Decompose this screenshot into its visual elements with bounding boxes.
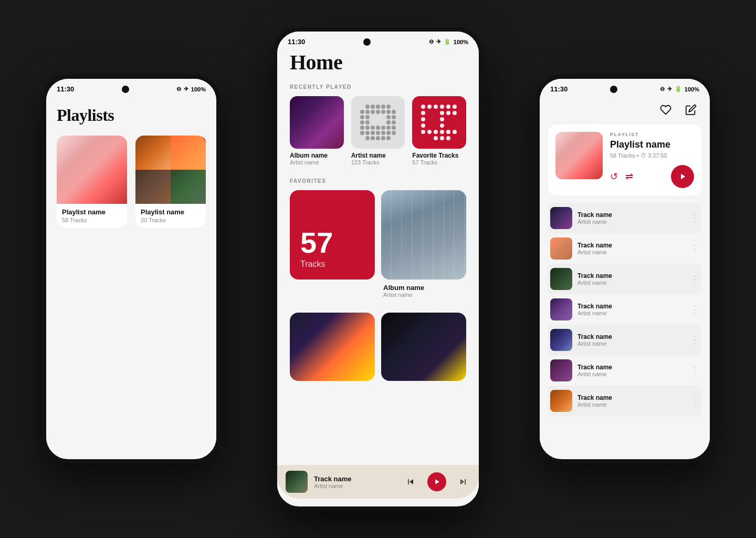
play-button[interactable] [427,472,446,491]
track-more-4[interactable]: ⋮ [690,304,699,315]
art-cell-4 [171,170,206,204]
track-info-5: Track name Artist name [578,333,685,347]
pl-header-info: PLAYLIST Playlist name 58 Tracks • ⏱ 3:3… [610,132,694,188]
repeat-button[interactable]: ↺ [610,171,618,182]
rp-art-favorites [412,96,466,149]
track-item-2[interactable]: Track name Artist name ⋮ [548,233,701,264]
mini-player-info: Track name Artist name [314,475,397,489]
track-info-1: Track name Artist name [578,211,685,225]
playlists-title: Playlists [57,106,206,125]
rp-album-sub: Artist name [290,159,319,165]
track-info-2: Track name Artist name [578,242,685,255]
track-title-2: Track name [578,242,685,249]
track-item-5[interactable]: Track name Artist name ⋮ [548,325,701,355]
track-artist-2: Artist name [578,249,685,255]
mini-player-title: Track name [314,475,397,483]
rp-artist-sub: 123 Tracks [351,159,380,165]
camera-notch-right [610,86,617,93]
favorites-unit: Tracks [300,260,325,269]
mini-player-artist: Artist name [314,483,397,489]
minus-circle-icon-c: ⊖ [429,38,434,45]
art-cell-3 [135,170,171,204]
favorites-number: 57 [300,228,333,257]
more-card-1[interactable] [290,313,375,381]
scene: 11:30 ⊖ ✈ 100% Playlists + Playlist name… [0,0,756,538]
track-info-7: Track name Artist name [578,394,685,408]
track-title-4: Track name [578,303,685,310]
track-item-7[interactable]: Track name Artist name ⋮ [548,386,701,416]
playlist-art-1 [57,136,127,204]
track-item-4[interactable]: Track name Artist name ⋮ [548,294,701,325]
track-title-6: Track name [578,364,685,371]
track-art-2 [550,237,572,260]
playlist-play-button[interactable] [671,165,694,188]
track-item-6[interactable]: Track name Artist name ⋮ [548,355,701,386]
next-button[interactable] [456,474,470,489]
more-card-2[interactable] [381,313,466,381]
track-more-2[interactable]: ⋮ [690,243,699,254]
track-title-7: Track name [578,394,685,401]
favorites-section: 57 Tracks Album name Artist name [290,190,466,302]
playlist-header-card: PLAYLIST Playlist name 58 Tracks • ⏱ 3:3… [548,125,701,195]
home-content: Home RECENTLY PLAYED Album name Artist n… [277,50,479,499]
aluminum-art [381,190,466,280]
favorites-count-card[interactable]: 57 Tracks [290,190,375,280]
favorites-label: FAVORITES [290,178,466,184]
playlists-content: Playlists + Playlist name 58 Tracks [46,97,216,451]
rp-item-album[interactable]: Album name Artist name [290,96,344,165]
fiber-art [290,313,375,381]
track-artist-5: Artist name [578,340,685,347]
playlist-card-2[interactable]: Playlist name 20 Tracks [135,136,206,227]
playlist-detail-content: PLAYLIST Playlist name 58 Tracks • ⏱ 3:3… [540,97,710,451]
track-more-7[interactable]: ⋮ [690,395,699,407]
more-section [290,313,466,381]
track-list: Track name Artist name ⋮ Track name Arti… [548,203,701,416]
track-title-3: Track name [578,272,685,280]
track-art-3 [550,268,572,290]
phone-left: 11:30 ⊖ ✈ 100% Playlists + Playlist name… [42,75,220,463]
track-more-6[interactable]: ⋮ [690,365,699,376]
prev-button[interactable] [403,474,418,489]
battery-pct-center: 100% [454,39,468,45]
playlist-art-grid [135,136,206,204]
airplane-icon-c: ✈ [436,38,441,45]
track-more-1[interactable]: ⋮ [690,212,699,224]
playlist-controls: ↺ ⇌ [610,165,694,188]
battery-icon-center: 🔋 [444,38,451,45]
phone-right: 11:30 ⊖ ✈ 🔋 100% [536,75,714,463]
playlist-card-1[interactable]: Playlist name 58 Tracks [57,136,127,227]
status-bar-center: 11:30 ⊖ ✈ 🔋 100% [277,32,479,50]
track-art-6 [550,359,572,381]
status-bar-left: 11:30 ⊖ ✈ 100% [46,79,216,97]
airplane-icon: ✈ [184,86,188,92]
rp-item-artist[interactable]: Artist name 123 Tracks [351,96,405,165]
track-item-3[interactable]: Track name Artist name ⋮ [548,264,701,294]
track-artist-3: Artist name [578,280,685,286]
battery-pct-right: 100% [685,86,699,92]
playlist-meta: 58 Tracks • ⏱ 3:37:50 [610,152,694,159]
rp-album-name: Album name [290,152,328,159]
art-cell-1 [135,136,171,170]
shuffle-button[interactable]: ⇌ [625,171,633,182]
home-title: Home [290,50,466,75]
art-cell-2 [171,136,206,170]
rp-fav-name: Favorite Tracks [412,152,458,159]
status-icons-left: ⊖ ✈ 100% [176,86,206,92]
rp-art-album [290,96,344,149]
album-card[interactable]: Album name Artist name [381,190,466,302]
playlist-name-1: Playlist name [62,208,122,216]
rp-item-favorites[interactable]: Favorite Tracks 57 Tracks [412,96,466,165]
track-item-1[interactable]: Track name Artist name ⋮ [548,203,701,233]
track-more-5[interactable]: ⋮ [690,334,699,346]
playlist-name-2: Playlist name [141,208,201,216]
edit-button[interactable] [682,101,699,118]
track-more-3[interactable]: ⋮ [690,273,699,285]
playlist-art-2 [135,136,206,204]
album-name: Album name [383,284,464,292]
like-button[interactable] [657,101,674,118]
right-header [548,97,701,125]
recently-played-list: Album name Artist name [290,96,466,165]
playlist-tag: PLAYLIST [610,132,694,137]
status-icons-right: ⊖ ✈ 🔋 100% [660,86,699,92]
track-art-5 [550,329,572,351]
